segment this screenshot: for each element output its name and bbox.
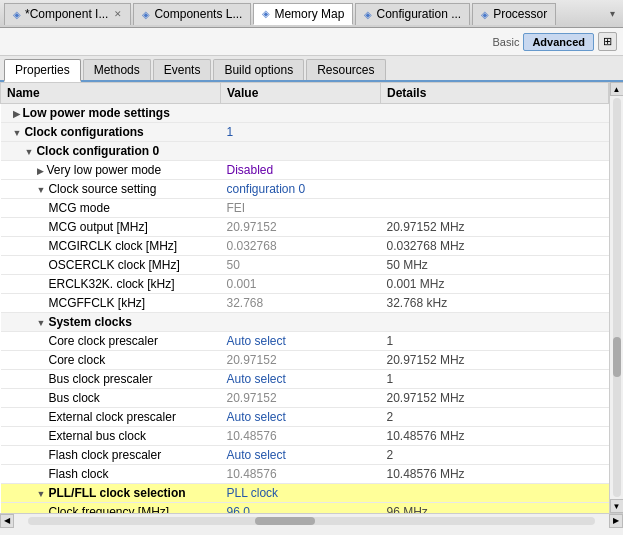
- scroll-down-button[interactable]: ▼: [610, 499, 624, 513]
- cell-value: Disabled: [221, 161, 381, 180]
- cell-name: ▼Clock configurations: [1, 123, 221, 142]
- row-name-text: OSCERCLK clock [MHz]: [49, 258, 180, 272]
- table-row[interactable]: ▶Very low power modeDisabled: [1, 161, 609, 180]
- tab-resources[interactable]: Resources: [306, 59, 385, 80]
- cell-value: 96.0: [221, 503, 381, 514]
- tab-components-lib[interactable]: ◈ Components L...: [133, 3, 251, 25]
- tab-configuration[interactable]: ◈ Configuration ...: [355, 3, 470, 25]
- cell-details: 20.97152 MHz: [381, 351, 609, 370]
- expand-icon[interactable]: ▼: [37, 489, 46, 499]
- expand-icon[interactable]: ▶: [37, 166, 44, 176]
- row-name-text: Flash clock: [49, 467, 109, 481]
- cell-details: 2: [381, 446, 609, 465]
- row-name-text: Core clock: [49, 353, 106, 367]
- tab-label: Processor: [493, 7, 547, 21]
- table-container[interactable]: Name Value Details ▶Low power mode setti…: [0, 82, 623, 513]
- expand-icon[interactable]: ▼: [37, 185, 46, 195]
- components-lib-icon: ◈: [142, 9, 150, 20]
- row-name-text: Clock configuration 0: [36, 144, 159, 158]
- cell-value: 20.97152: [221, 351, 381, 370]
- cell-value: 10.48576: [221, 427, 381, 446]
- tab-memory-map[interactable]: ◈ Memory Map: [253, 3, 353, 25]
- tab-methods[interactable]: Methods: [83, 59, 151, 80]
- scroll-right-button[interactable]: ▶: [609, 514, 623, 528]
- expand-icon[interactable]: ▼: [25, 147, 34, 157]
- cell-details: [381, 142, 609, 161]
- cell-name: ▶Very low power mode: [1, 161, 221, 180]
- inner-tabs: Properties Methods Events Build options …: [0, 56, 623, 82]
- cell-name: External bus clock: [1, 427, 221, 446]
- table-row[interactable]: MCGFFCLK [kHz]32.76832.768 kHz: [1, 294, 609, 313]
- scroll-thumb[interactable]: [613, 337, 621, 377]
- row-name-text: Bus clock prescaler: [49, 372, 153, 386]
- table-row[interactable]: Core clock prescalerAuto select1: [1, 332, 609, 351]
- row-name-text: External clock prescaler: [49, 410, 176, 424]
- cell-details: [381, 161, 609, 180]
- cell-value: Auto select: [221, 332, 381, 351]
- view-toggle-button[interactable]: ⊞: [598, 32, 617, 51]
- tab-events[interactable]: Events: [153, 59, 212, 80]
- tab-component-inspector[interactable]: ◈ *Component I... ✕: [4, 3, 131, 25]
- h-scroll-track[interactable]: [28, 517, 595, 525]
- expand-icon[interactable]: ▼: [37, 318, 46, 328]
- table-row[interactable]: Flash clock10.4857610.48576 MHz: [1, 465, 609, 484]
- expand-icon[interactable]: ▼: [13, 128, 22, 138]
- scroll-track[interactable]: [613, 98, 621, 497]
- advanced-button[interactable]: Advanced: [523, 33, 594, 51]
- cell-details: 20.97152 MHz: [381, 389, 609, 408]
- scroll-up-button[interactable]: ▲: [610, 82, 624, 96]
- cell-value: Auto select: [221, 446, 381, 465]
- cell-name: MCG output [MHz]: [1, 218, 221, 237]
- table-row[interactable]: MCGIRCLK clock [MHz]0.0327680.032768 MHz: [1, 237, 609, 256]
- title-bar: ◈ *Component I... ✕ ◈ Components L... ◈ …: [0, 0, 623, 28]
- cell-name: MCGIRCLK clock [MHz]: [1, 237, 221, 256]
- close-icon[interactable]: ✕: [114, 9, 122, 19]
- table-row[interactable]: External bus clock10.4857610.48576 MHz: [1, 427, 609, 446]
- cell-details: 0.032768 MHz: [381, 237, 609, 256]
- table-row[interactable]: MCG output [MHz]20.9715220.97152 MHz: [1, 218, 609, 237]
- table-row[interactable]: ERCLK32K. clock [kHz]0.0010.001 MHz: [1, 275, 609, 294]
- table-row[interactable]: External clock prescalerAuto select2: [1, 408, 609, 427]
- row-name-text: Clock frequency [MHz]: [49, 505, 170, 513]
- cell-details: 20.97152 MHz: [381, 218, 609, 237]
- horizontal-scrollbar[interactable]: ◀ ▶: [0, 513, 623, 527]
- row-name-text: Bus clock: [49, 391, 100, 405]
- table-row[interactable]: Clock frequency [MHz]96.096 MHz: [1, 503, 609, 514]
- row-name-text: Low power mode settings: [23, 106, 170, 120]
- table-row[interactable]: ▼Clock source settingconfiguration 0: [1, 180, 609, 199]
- cell-value: 32.768: [221, 294, 381, 313]
- tab-label: *Component I...: [25, 7, 108, 21]
- col-details: Details: [381, 83, 609, 104]
- table-row[interactable]: Bus clock prescalerAuto select1: [1, 370, 609, 389]
- tab-properties[interactable]: Properties: [4, 59, 81, 82]
- table-row[interactable]: Core clock20.9715220.97152 MHz: [1, 351, 609, 370]
- cell-name: Bus clock: [1, 389, 221, 408]
- table-row[interactable]: ▶Low power mode settings: [1, 104, 609, 123]
- row-name-text: MCGIRCLK clock [MHz]: [49, 239, 178, 253]
- table-row[interactable]: MCG modeFEI: [1, 199, 609, 218]
- table-row[interactable]: ▼System clocks: [1, 313, 609, 332]
- main-content: Name Value Details ▶Low power mode setti…: [0, 82, 623, 513]
- table-row[interactable]: OSCERCLK clock [MHz]5050 MHz: [1, 256, 609, 275]
- tab-build-options[interactable]: Build options: [213, 59, 304, 80]
- vertical-scrollbar[interactable]: ▲ ▼: [609, 82, 623, 513]
- tab-processor[interactable]: ◈ Processor: [472, 3, 556, 25]
- cell-details: 1: [381, 370, 609, 389]
- table-row[interactable]: Flash clock prescalerAuto select2: [1, 446, 609, 465]
- cell-details: [381, 123, 609, 142]
- cell-details: 10.48576 MHz: [381, 427, 609, 446]
- tab-overflow-button[interactable]: ▾: [606, 6, 619, 21]
- h-scroll-thumb[interactable]: [255, 517, 315, 525]
- toolbar: Basic Advanced ⊞: [0, 28, 623, 56]
- cell-name: ▶Low power mode settings: [1, 104, 221, 123]
- cell-value: PLL clock: [221, 484, 381, 503]
- cell-details: [381, 180, 609, 199]
- table-row[interactable]: ▼PLL/FLL clock selectionPLL clock: [1, 484, 609, 503]
- table-row[interactable]: Bus clock20.9715220.97152 MHz: [1, 389, 609, 408]
- tab-label: Components L...: [154, 7, 242, 21]
- cell-details: 32.768 kHz: [381, 294, 609, 313]
- scroll-left-button[interactable]: ◀: [0, 514, 14, 528]
- expand-icon[interactable]: ▶: [13, 109, 20, 119]
- table-row[interactable]: ▼Clock configuration 0: [1, 142, 609, 161]
- table-row[interactable]: ▼Clock configurations1: [1, 123, 609, 142]
